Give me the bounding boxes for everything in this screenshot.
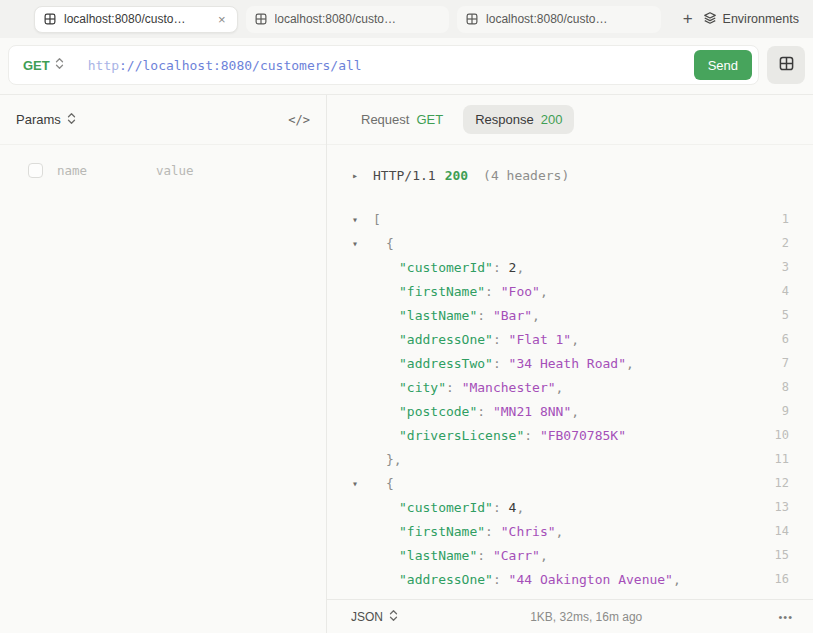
json-token-key: "customerId" [399, 500, 493, 515]
response-json-lines: ▾[1▾{2"customerId": 2,3"firstName": "Foo… [327, 207, 813, 591]
response-body: ▸ HTTP/1.1 200 (4 headers) ▾[1▾{2"custom… [327, 145, 813, 599]
json-token-punct: : [485, 524, 501, 539]
json-token-key: "city" [399, 380, 446, 395]
line-number: 1 [773, 212, 813, 226]
json-line-content: { [373, 476, 773, 491]
response-format-selector[interactable]: JSON [351, 609, 398, 625]
json-token-punct: , [540, 284, 548, 299]
json-token-punct: , [556, 380, 564, 395]
line-number: 15 [773, 548, 813, 562]
grid-request-icon [44, 13, 56, 25]
tab-request-view[interactable]: Request GET [351, 105, 453, 134]
json-token-str: "34 Heath Road" [509, 356, 626, 371]
json-line-content: "driversLicense": "FB070785K" [373, 428, 773, 443]
grid-request-icon [255, 13, 267, 25]
json-token-punct: , [571, 404, 579, 419]
json-line-content: "addressOne": "44 Oakington Avenue", [373, 572, 773, 587]
response-meta: 1KB, 32ms, 16m ago [398, 610, 774, 624]
send-button[interactable]: Send [694, 50, 752, 80]
environments-label: Environments [723, 12, 799, 26]
line-number: 3 [773, 260, 813, 274]
json-token-punct: : [477, 548, 493, 563]
json-token-punct: , [673, 572, 681, 587]
request-url-row: GET http://localhost:8080/customers/all … [0, 38, 813, 95]
params-dropdown[interactable]: Params [16, 112, 76, 128]
param-name-input[interactable] [57, 163, 142, 178]
json-token-punct: : [493, 572, 509, 587]
json-token-key: "lastName" [399, 308, 477, 323]
request-tab-method: GET [416, 112, 443, 127]
line-number: 4 [773, 284, 813, 298]
line-number: 2 [773, 236, 813, 250]
json-line-content: "lastName": "Carr", [373, 548, 773, 563]
response-tab-label: Response [475, 112, 534, 127]
json-token-punct: }, [386, 452, 402, 467]
line-number: 10 [773, 428, 813, 442]
grid-view-button[interactable] [767, 46, 805, 84]
json-line: "driversLicense": "FB070785K"10 [327, 423, 813, 447]
tab-response-view[interactable]: Response 200 [463, 105, 574, 134]
tab-label: localhost:8080/custo… [486, 12, 652, 26]
tab-label: localhost:8080/custo… [64, 12, 210, 26]
json-line: "city": "Manchester",8 [327, 375, 813, 399]
json-line: "addressTwo": "34 Heath Road",7 [327, 351, 813, 375]
main-split: Params </> Request GET [0, 95, 813, 633]
line-number: 5 [773, 308, 813, 322]
close-tab-icon[interactable]: × [216, 12, 228, 27]
http-status: 200 [445, 168, 468, 183]
json-token-key: "driversLicense" [399, 428, 524, 443]
line-number: 11 [773, 452, 813, 466]
json-token-punct: , [516, 500, 524, 515]
tab-label: localhost:8080/custo… [275, 12, 441, 26]
json-line-content: [ [373, 212, 773, 227]
chevron-up-down-icon [55, 57, 64, 73]
json-token-punct: { [386, 236, 394, 251]
http-headers-count: (4 headers) [483, 168, 569, 183]
json-token-key: "addressOne" [399, 572, 493, 587]
method-label: GET [23, 58, 50, 73]
param-value-input[interactable] [156, 163, 241, 178]
param-enabled-checkbox[interactable] [28, 163, 43, 178]
chevron-up-down-icon [389, 609, 398, 625]
environments-button[interactable]: Environments [703, 11, 799, 28]
response-format-label: JSON [351, 610, 383, 624]
line-number: 14 [773, 524, 813, 538]
json-token-punct: , [626, 356, 634, 371]
chevron-up-down-icon [67, 112, 76, 128]
url-input[interactable]: http://localhost:8080/customers/all [88, 58, 694, 73]
collapse-arrow-down-icon[interactable]: ▾ [327, 478, 373, 489]
collapse-arrow-down-icon[interactable]: ▾ [327, 238, 373, 249]
request-tab-2[interactable]: localhost:8080/custo… [246, 6, 450, 33]
json-token-key: "customerId" [399, 260, 493, 275]
json-line-content: "customerId": 4, [373, 500, 773, 515]
json-token-punct: : [477, 404, 493, 419]
new-tab-button[interactable]: + [673, 4, 703, 34]
params-label: Params [16, 112, 61, 127]
json-token-str: "Foo" [501, 284, 540, 299]
collapse-arrow-down-icon[interactable]: ▾ [327, 214, 373, 225]
method-selector[interactable]: GET [23, 57, 64, 73]
response-header: Request GET Response 200 [327, 95, 813, 145]
json-token-key: "addressTwo" [399, 356, 493, 371]
json-token-str: "44 Oakington Avenue" [509, 572, 673, 587]
url-path: ://localhost:8080/customers/all [119, 58, 362, 73]
json-token-str: "Bar" [493, 308, 532, 323]
json-token-punct: : [493, 500, 509, 515]
json-line: "customerId": 2,3 [327, 255, 813, 279]
collapse-arrow-right-icon[interactable]: ▸ [327, 170, 373, 181]
json-token-key: "firstName" [399, 524, 485, 539]
json-line-content: "postcode": "MN21 8NN", [373, 404, 773, 419]
json-line-content: "firstName": "Chris", [373, 524, 773, 539]
request-tab-1[interactable]: localhost:8080/custo… × [34, 6, 238, 33]
line-number: 8 [773, 380, 813, 394]
line-number: 16 [773, 572, 813, 586]
json-line-content: "addressOne": "Flat 1", [373, 332, 773, 347]
app-window: localhost:8080/custo… × localhost:8080/c… [0, 0, 813, 633]
json-token-punct: , [516, 260, 524, 275]
json-token-punct: : [493, 356, 509, 371]
json-token-key: "addressOne" [399, 332, 493, 347]
more-options-button[interactable]: ••• [774, 609, 797, 625]
request-tab-3[interactable]: localhost:8080/custo… [457, 6, 661, 33]
json-line: "lastName": "Bar",5 [327, 303, 813, 327]
code-icon[interactable]: </> [288, 113, 310, 127]
